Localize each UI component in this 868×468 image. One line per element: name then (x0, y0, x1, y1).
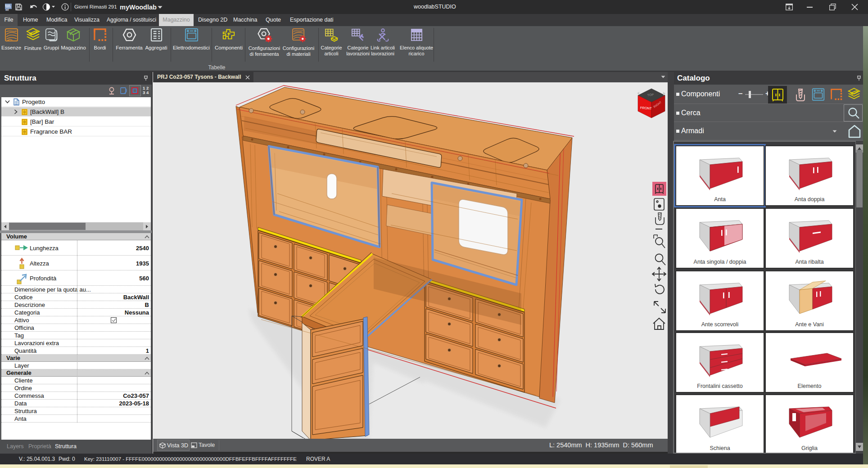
svg-text:wl: wl (5, 8, 9, 11)
svg-text:FRONT: FRONT (640, 106, 652, 111)
